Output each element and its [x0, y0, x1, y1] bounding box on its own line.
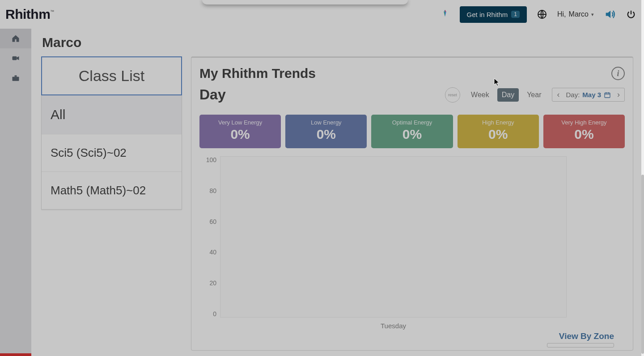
sound-icon[interactable]: [604, 8, 616, 21]
get-in-label: Get in Rhithm: [467, 11, 508, 18]
date-next-icon[interactable]: ›: [615, 90, 622, 99]
logo[interactable]: Rhithm ™: [5, 7, 54, 22]
energy-card-very-high[interactable]: Very High Energy 0%: [543, 115, 625, 148]
date-picker[interactable]: ‹ Day: May 3 ›: [552, 88, 625, 102]
class-list-title: Class List: [41, 56, 182, 95]
main-content: Marco Class List All Sci5 (Sci5)~02 Math…: [31, 29, 644, 356]
ytick: 0: [213, 310, 216, 317]
ec-label: Very Low Energy: [203, 119, 277, 126]
chart-y-axis: 100 80 60 40 20 0: [199, 156, 220, 317]
zone-selector[interactable]: [547, 343, 614, 347]
energy-card-optimal[interactable]: Optimal Energy 0%: [371, 115, 453, 148]
scrollbar-track[interactable]: [641, 0, 644, 356]
header-right: Get in Rhithm 1 Hi, Marco ▾: [440, 6, 636, 23]
chart-plot-area[interactable]: [220, 156, 567, 317]
main-layout: Marco Class List All Sci5 (Sci5)~02 Math…: [0, 29, 644, 356]
power-icon[interactable]: [626, 9, 636, 19]
user-name: Marco: [569, 10, 589, 18]
energy-card-very-low[interactable]: Very Low Energy 0%: [199, 115, 281, 148]
energy-cards: Very Low Energy 0% Low Energy 0% Optimal…: [199, 115, 625, 148]
logo-text: Rhithm: [5, 7, 50, 22]
ytick: 60: [209, 218, 216, 225]
trends-header: My Rhithm Trends i: [199, 66, 625, 81]
tab-week[interactable]: Week: [466, 88, 494, 102]
ec-value: 0%: [547, 127, 621, 142]
svg-rect-4: [605, 93, 610, 98]
ec-label: Low Energy: [289, 119, 363, 126]
svg-rect-2: [13, 77, 19, 81]
view-by-zone: View By Zone: [547, 331, 614, 347]
class-item-all[interactable]: All: [42, 95, 182, 134]
class-item-sci5[interactable]: Sci5 (Sci5)~02: [42, 134, 182, 172]
logo-tm: ™: [50, 9, 54, 14]
ytick: 40: [209, 249, 216, 256]
calendar-icon: [604, 91, 611, 99]
energy-card-low[interactable]: Low Energy 0%: [285, 115, 367, 148]
class-list-items: All Sci5 (Sci5)~02 Math5 (Math5)~02: [41, 95, 182, 210]
sidebar-item-video[interactable]: [0, 48, 31, 68]
sidebar-accent: [0, 353, 31, 356]
ec-value: 0%: [203, 127, 277, 142]
ec-value: 0%: [461, 127, 535, 142]
ytick: 100: [206, 156, 216, 163]
period-label: Day: [199, 86, 226, 103]
date-center: Day: May 3: [566, 91, 611, 99]
trends-title: My Rhithm Trends: [199, 66, 316, 81]
top-banner-shadow: [202, 0, 408, 4]
reset-icon[interactable]: reset: [445, 87, 460, 103]
ec-value: 0%: [289, 127, 363, 142]
class-list-card: Class List All Sci5 (Sci5)~02 Math5 (Mat…: [41, 56, 182, 351]
period-controls: reset Week Day Year ‹ Day: May 3: [445, 87, 625, 103]
ytick: 80: [209, 187, 216, 194]
user-prefix: Hi,: [557, 10, 566, 18]
svg-rect-1: [13, 56, 17, 60]
sidebar-item-toolbox[interactable]: [0, 68, 31, 88]
ytick: 20: [209, 279, 216, 287]
chevron-down-icon: ▾: [591, 12, 594, 17]
date-label: Day:: [566, 91, 580, 99]
tab-day[interactable]: Day: [497, 88, 519, 102]
x-axis-label: Tuesday: [220, 322, 567, 330]
info-icon[interactable]: i: [611, 67, 625, 80]
content-row: Class List All Sci5 (Sci5)~02 Math5 (Mat…: [31, 56, 644, 351]
ec-label: Very High Energy: [547, 119, 621, 126]
trends-panel: My Rhithm Trends i Day reset Week Day Ye…: [191, 56, 633, 351]
get-in-rhithm-button[interactable]: Get in Rhithm 1: [460, 6, 527, 23]
diamond-icon[interactable]: [440, 9, 450, 20]
view-by-zone-link[interactable]: View By Zone: [547, 331, 614, 341]
page-title: Marco: [31, 29, 644, 56]
ec-value: 0%: [375, 127, 449, 142]
user-menu[interactable]: Hi, Marco ▾: [557, 10, 594, 18]
chart-wrap: 100 80 60 40 20 0: [199, 156, 625, 317]
tab-year[interactable]: Year: [522, 88, 546, 102]
energy-card-high[interactable]: High Energy 0%: [458, 115, 539, 148]
sidebar-item-home[interactable]: [0, 29, 31, 48]
date-prev-icon[interactable]: ‹: [555, 90, 561, 99]
globe-icon[interactable]: [537, 9, 547, 20]
get-in-badge: 1: [511, 11, 520, 18]
scrollbar-thumb[interactable]: [641, 175, 644, 354]
period-tabs: Week Day Year: [466, 88, 546, 102]
ec-label: Optimal Energy: [375, 119, 449, 126]
svg-rect-3: [15, 75, 17, 77]
date-value: May 3: [582, 91, 601, 99]
class-item-math5[interactable]: Math5 (Math5)~02: [42, 172, 182, 209]
sidebar: [0, 29, 31, 356]
period-row: Day reset Week Day Year ‹ Day: May: [199, 86, 625, 107]
ec-label: High Energy: [461, 119, 535, 126]
